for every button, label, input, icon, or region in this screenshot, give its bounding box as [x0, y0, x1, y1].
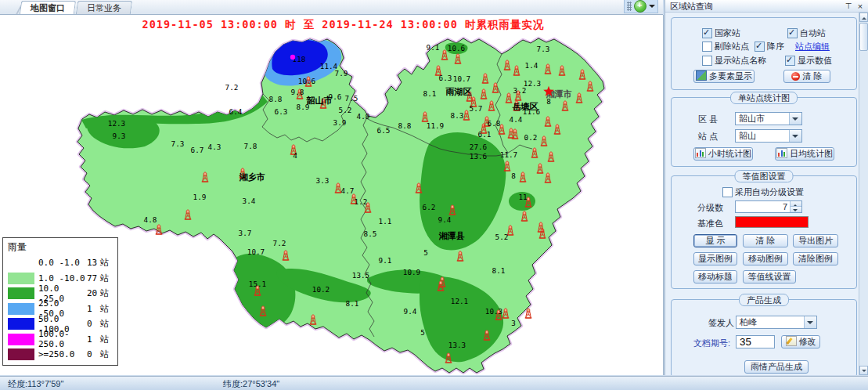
- station-value: 10.7: [247, 247, 265, 256]
- station-value: 12.3: [108, 119, 125, 128]
- close-icon[interactable]: ×: [855, 2, 865, 11]
- station-value: 3.9: [333, 118, 347, 127]
- station-value: 6.3: [275, 107, 288, 116]
- station-value: 10.6: [448, 44, 465, 52]
- station-value: 11.9: [427, 121, 444, 130]
- level-count-label: 分级数: [697, 202, 723, 214]
- daily-chart-button[interactable]: 日均统计图: [775, 147, 834, 161]
- rain-product-button[interactable]: 雨情产品生成: [744, 360, 809, 374]
- isoline-config-button[interactable]: 等值线设置: [743, 270, 796, 283]
- move-legend-button[interactable]: 移动图例: [743, 252, 788, 265]
- export-image-button[interactable]: 导出图片: [793, 234, 838, 247]
- legend-swatch: [8, 348, 34, 360]
- clear-legend-button[interactable]: 清除图例: [793, 252, 838, 265]
- station-value: 4.8: [144, 215, 157, 224]
- rain-legend: 雨量 0.0 -1.013站1.0 -10.077站10.0 -25.020站2…: [2, 237, 118, 366]
- panel-header: 区域站查询 ⊤ ×: [665, 0, 868, 13]
- base-color-swatch[interactable]: [735, 216, 809, 228]
- pin-icon[interactable]: ⊤: [844, 2, 853, 11]
- checkbox-show-names[interactable]: [702, 56, 712, 66]
- panel-scrollbar[interactable]: [859, 13, 868, 375]
- display-button[interactable]: 显 示: [693, 234, 737, 247]
- checkbox-auto-station[interactable]: [787, 28, 798, 38]
- scrollbar-thumb[interactable]: [859, 23, 868, 51]
- clear-icon: [791, 72, 800, 81]
- legend-swatch: [8, 257, 34, 269]
- station-value: 7.3: [171, 139, 185, 148]
- legend-unit: 站: [100, 318, 109, 330]
- label-national-station: 国家站: [715, 27, 740, 39]
- scroll-up-icon[interactable]: [859, 13, 868, 22]
- station-value: 13.3: [448, 341, 466, 349]
- tab-map-window[interactable]: 地图窗口: [20, 1, 76, 14]
- doc-number-input[interactable]: [736, 335, 775, 348]
- add-button[interactable]: [634, 0, 646, 13]
- station-value: 4: [293, 151, 297, 160]
- station-value: 8.1: [346, 299, 359, 308]
- clear-button[interactable]: 清 除: [743, 234, 788, 247]
- legend-row: 100.0-250.01站: [8, 332, 117, 348]
- chevron-down-icon[interactable]: [649, 5, 655, 11]
- legend-title: 雨量: [8, 240, 117, 254]
- station-value: 13.6: [470, 152, 487, 161]
- station-value: 10.9: [403, 268, 420, 276]
- scroll-down-icon[interactable]: [859, 366, 868, 375]
- move-title-button[interactable]: 移动标题: [693, 270, 737, 283]
- station-options-group: 国家站 自动站 剔除站点 降序 站点编辑 显示站点名称 显示数值 多要素显示 清…: [671, 17, 857, 90]
- magenta-station-dot: [290, 55, 295, 60]
- spinner-down-icon[interactable]: [790, 206, 801, 212]
- clear-stations-button[interactable]: 清 除: [783, 70, 830, 83]
- dropdown-arrow-icon[interactable]: [789, 130, 801, 142]
- legend-unit: 站: [100, 334, 109, 345]
- station-value: 5.7: [470, 104, 483, 113]
- legend-range: 1.0 -10.0: [38, 273, 87, 283]
- station-value: 5.2: [495, 233, 509, 241]
- legend-unit: 站: [100, 273, 109, 284]
- legend-unit: 站: [100, 257, 109, 269]
- show-legend-button[interactable]: 显示图例: [693, 252, 737, 265]
- legend-count: 0: [87, 349, 100, 359]
- legend-count: 0: [87, 319, 100, 329]
- station-value: 6.5: [377, 126, 391, 135]
- station-value: 9.4: [438, 215, 452, 224]
- latitude-readout: 纬度:27°53'34": [223, 378, 279, 390]
- issuer-dropdown[interactable]: 柏峰: [736, 316, 817, 329]
- hourly-chart-button[interactable]: 小时统计图: [693, 147, 753, 161]
- checkbox-show-values[interactable]: [785, 56, 795, 66]
- level-count-spinner[interactable]: 7: [735, 200, 802, 213]
- drag-grip-icon[interactable]: [627, 2, 632, 11]
- station-value: 9.1: [379, 256, 392, 265]
- station-value: 1.2: [355, 197, 368, 206]
- legend-unit: 站: [100, 303, 109, 315]
- station-edit-link[interactable]: 站点编辑: [795, 41, 830, 52]
- station-value: 9.1: [427, 43, 440, 52]
- modify-button[interactable]: 修改: [781, 335, 820, 348]
- tab-daily-business[interactable]: 日常业务: [76, 1, 132, 14]
- station-value: 8.3: [451, 111, 464, 120]
- checkbox-exclude-station[interactable]: [702, 42, 712, 52]
- panel-title: 区域站查询: [670, 2, 713, 11]
- station-value: 5: [423, 248, 428, 257]
- county-dropdown[interactable]: 韶山市: [735, 112, 802, 125]
- dropdown-arrow-icon[interactable]: [804, 316, 816, 328]
- station-value: 4.3: [208, 143, 222, 151]
- district-label: 湘乡市: [240, 172, 265, 182]
- doc-number-label: 文档期号:: [693, 338, 730, 349]
- station-value: 3.7: [239, 229, 252, 237]
- pencil-icon: [786, 336, 797, 346]
- legend-swatch: [8, 303, 34, 315]
- checkbox-auto-grading[interactable]: [722, 187, 733, 197]
- multi-element-button[interactable]: 多要素显示: [693, 70, 755, 83]
- legend-row: >=250.00站: [8, 347, 117, 363]
- group-title: 单站点统计图: [730, 92, 798, 104]
- dropdown-arrow-icon[interactable]: [789, 113, 801, 125]
- checkbox-national-station[interactable]: [702, 28, 712, 38]
- station-dropdown[interactable]: 韶山: [735, 129, 802, 143]
- station-value: 1.9: [193, 193, 207, 201]
- district-label: 湘潭县: [439, 231, 465, 241]
- station-value: 11.7: [500, 150, 517, 159]
- station-value: 1.4: [525, 61, 538, 70]
- map-canvas[interactable]: 11811.47.910.69.88.88.96.39.67.55.24.93.…: [0, 15, 664, 375]
- legend-swatch: [8, 273, 34, 284]
- checkbox-descending[interactable]: [755, 42, 765, 52]
